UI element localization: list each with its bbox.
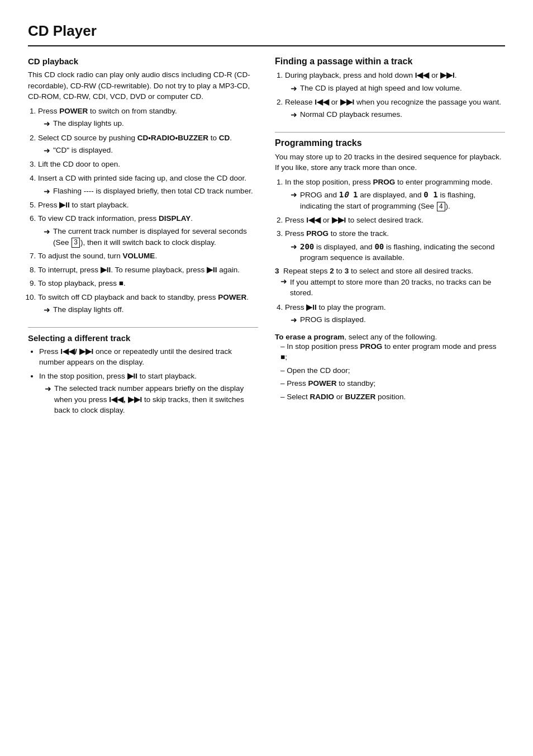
display-value-3: 200 bbox=[300, 242, 314, 251]
prog-step-4-arrow: ➜ PROG is displayed. bbox=[285, 314, 505, 325]
selecting-track-section: Selecting a different track Press I◀◀/ ▶… bbox=[28, 333, 258, 416]
left-column: CD playback This CD clock radio can play… bbox=[28, 56, 258, 427]
step-10: To switch off CD playback and back to st… bbox=[38, 292, 258, 316]
erase-item-4: Select RADIO or BUZZER position. bbox=[280, 391, 505, 403]
cd-playback-steps: Press POWER to switch on from standby. ➜… bbox=[28, 106, 258, 316]
erase-item-1: In stop position press PROG to enter pro… bbox=[280, 341, 505, 363]
prog-step-4-list: Press ▶II to play the program. ➜ PROG is… bbox=[275, 302, 505, 326]
step-4: Insert a CD with printed side facing up,… bbox=[38, 173, 258, 197]
reference-box-4: 4 bbox=[437, 202, 445, 212]
bullet-2-arrow: ➜ The selected track number appears brie… bbox=[39, 383, 258, 416]
finding-step-2: Release I◀◀ or ▶▶I when you recognize th… bbox=[285, 97, 505, 121]
erase-program-section: To erase a program, select any of the fo… bbox=[275, 333, 505, 403]
page-title: CD Player bbox=[28, 22, 505, 40]
programming-tracks-section: Programming tracks You may store up to 2… bbox=[275, 138, 505, 403]
cd-playback-section: CD playback This CD clock radio can play… bbox=[28, 56, 258, 316]
arrow-icon: ➜ bbox=[291, 241, 297, 252]
section-divider-1 bbox=[28, 327, 258, 328]
prog-step-3: Press PROG to store the track. ➜ 200 is … bbox=[285, 228, 505, 263]
reference-box-3: 3 bbox=[72, 238, 80, 248]
finding-step-2-arrow: ➜ Normal CD playback resumes. bbox=[285, 109, 505, 120]
step-3: Lift the CD door to open. bbox=[38, 159, 258, 170]
prog-step-1: In the stop position, press PROG to ente… bbox=[285, 177, 505, 212]
step-8: To interrupt, press ▶II. To resume playb… bbox=[38, 264, 258, 276]
cd-playback-title: CD playback bbox=[28, 56, 258, 66]
selecting-track-title: Selecting a different track bbox=[28, 333, 258, 343]
step-6-arrow: ➜ The current track number is displayed … bbox=[38, 226, 258, 248]
title-divider bbox=[28, 45, 505, 46]
section-divider-2 bbox=[275, 132, 505, 133]
erase-program-intro: To erase a program, select any of the fo… bbox=[275, 333, 505, 341]
step-10-arrow: ➜ The display lights off. bbox=[38, 304, 258, 315]
step-5: Press ▶II to start playback. bbox=[38, 200, 258, 211]
step-2-arrow: ➜ "CD" is displayed. bbox=[38, 145, 258, 156]
finding-step-1: During playback, press and hold down I◀◀… bbox=[285, 70, 505, 94]
erase-item-2: Open the CD door; bbox=[280, 365, 505, 376]
step-7: To adjust the sound, turn VOLUME. bbox=[38, 251, 258, 262]
prog-step-4: Press ▶II to play the program. ➜ PROG is… bbox=[285, 302, 505, 326]
arrow-icon: ➜ bbox=[44, 145, 50, 156]
erase-program-list: In stop position press PROG to enter pro… bbox=[275, 341, 505, 403]
arrow-icon: ➜ bbox=[44, 226, 50, 237]
finding-passage-section: Finding a passage within a track During … bbox=[275, 56, 505, 121]
arrow-icon: ➜ bbox=[291, 189, 297, 200]
prog-step-3b-arrow: ➜ If you attempt to store more than 20 t… bbox=[275, 277, 505, 299]
right-column: Finding a passage within a track During … bbox=[275, 56, 505, 427]
display-value-4: 00 bbox=[374, 242, 384, 251]
prog-step-2: Press I◀◀ or ▶▶I to select desired track… bbox=[285, 215, 505, 226]
arrow-icon: ➜ bbox=[44, 118, 50, 129]
content-columns: CD playback This CD clock radio can play… bbox=[28, 56, 505, 427]
arrow-icon: ➜ bbox=[45, 383, 51, 394]
arrow-icon: ➜ bbox=[44, 186, 50, 197]
step-9: To stop playback, press ■. bbox=[38, 278, 258, 289]
cd-playback-intro: This CD clock radio can play only audio … bbox=[28, 69, 258, 102]
arrow-icon: ➜ bbox=[291, 109, 297, 120]
display-value-1: 10 1 bbox=[339, 190, 358, 199]
prog-step-3b-num: 3 bbox=[275, 267, 279, 275]
step-1: Press POWER to switch on from standby. ➜… bbox=[38, 106, 258, 130]
programming-tracks-intro: You may store up to 20 tracks in the des… bbox=[275, 152, 505, 173]
display-value-2: 0 1 bbox=[423, 190, 437, 199]
step-2: Select CD source by pushing CD•RADIO•BUZ… bbox=[38, 133, 258, 157]
selecting-track-bullets: Press I◀◀/ ▶▶I once or repeatedly until … bbox=[28, 346, 258, 416]
bullet-1: Press I◀◀/ ▶▶I once or repeatedly until … bbox=[39, 346, 258, 368]
step-6: To view CD track information, press DISP… bbox=[38, 213, 258, 248]
prog-step-3b-container: 3 Repeat steps 2 to 3 to select and stor… bbox=[275, 267, 505, 299]
arrow-icon: ➜ bbox=[44, 304, 50, 315]
finding-step-1-arrow: ➜ The CD is played at high speed and low… bbox=[285, 83, 505, 94]
erase-item-3: Press POWER to standby; bbox=[280, 378, 505, 389]
arrow-icon: ➜ bbox=[291, 83, 297, 94]
step-4-arrow: ➜ Flashing ---- is displayed briefly, th… bbox=[38, 186, 258, 197]
bullet-2: In the stop position, press ▶II to start… bbox=[39, 371, 258, 416]
programming-tracks-title: Programming tracks bbox=[275, 138, 505, 148]
prog-step-3b-text: Repeat steps 2 to 3 to select and store … bbox=[283, 267, 473, 275]
prog-step-1-arrow: ➜ PROG and 10 1 are displayed, and 0 1 i… bbox=[285, 189, 505, 211]
finding-passage-title: Finding a passage within a track bbox=[275, 56, 505, 67]
programming-tracks-steps: In the stop position, press PROG to ente… bbox=[275, 177, 505, 263]
prog-step-4-container: Press ▶II to play the program. ➜ PROG is… bbox=[275, 302, 505, 326]
arrow-icon: ➜ bbox=[291, 314, 297, 325]
finding-passage-steps: During playback, press and hold down I◀◀… bbox=[275, 70, 505, 121]
step-1-arrow: ➜ The display lights up. bbox=[38, 118, 258, 129]
prog-step-3-arrow: ➜ 200 is displayed, and 00 is flashing, … bbox=[285, 241, 505, 263]
arrow-icon: ➜ bbox=[280, 277, 287, 286]
